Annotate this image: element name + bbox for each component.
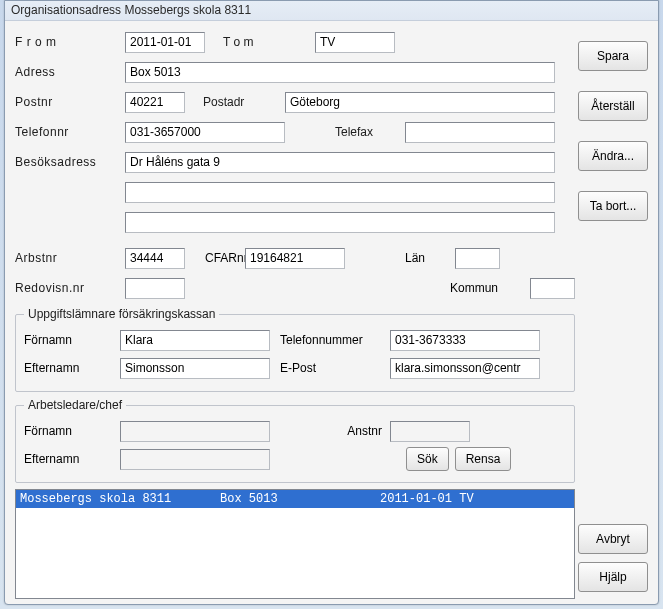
chef-group: Arbetsledare/chef Förnamn Anstnr Efterna… [15, 398, 575, 483]
kommun-label: Kommun [420, 281, 530, 295]
rensa-button[interactable]: Rensa [455, 447, 512, 471]
from-label: F r o m [15, 35, 125, 49]
chef-legend: Arbetsledare/chef [24, 398, 126, 412]
besoksadress-label: Besöksadress [15, 155, 125, 169]
uppgift-tel-input[interactable] [390, 330, 540, 351]
andra-button[interactable]: Ändra... [578, 141, 648, 171]
kommun-input[interactable] [530, 278, 575, 299]
form-area: F r o m T o m Adress Postnr Postadr Tele… [15, 31, 575, 599]
redovisnnr-input[interactable] [125, 278, 185, 299]
telefonnr-input[interactable] [125, 122, 285, 143]
cfarnr-input[interactable] [245, 248, 345, 269]
tom-label: T o m [205, 35, 315, 49]
list-cell-date: 2011-01-01 TV [380, 490, 570, 508]
arbstnr-label: Arbstnr [15, 251, 125, 265]
uppgift-fornamn-input[interactable] [120, 330, 270, 351]
besok1-input[interactable] [125, 152, 555, 173]
list-row[interactable]: Mossebergs skola 8311 Box 5013 2011-01-0… [16, 490, 574, 508]
lan-label: Län [345, 251, 455, 265]
telefax-label: Telefax [285, 125, 405, 139]
list-cell-address: Box 5013 [220, 490, 380, 508]
uppgift-epost-input[interactable] [390, 358, 540, 379]
uppgift-fornamn-label: Förnamn [24, 333, 120, 347]
avbryt-button[interactable]: Avbryt [578, 524, 648, 554]
chef-anstnr-label: Anstnr [270, 424, 390, 438]
list-cell-name: Mossebergs skola 8311 [20, 490, 220, 508]
postadr-input[interactable] [285, 92, 555, 113]
chef-efternamn-input [120, 449, 270, 470]
button-column-bottom: Avbryt Hjälp [578, 524, 648, 592]
adress-label: Adress [15, 65, 125, 79]
postadr-label: Postadr [185, 95, 285, 109]
chef-efternamn-label: Efternamn [24, 452, 120, 466]
chef-fornamn-input [120, 421, 270, 442]
arbstnr-input[interactable] [125, 248, 185, 269]
uppgift-efternamn-label: Efternamn [24, 361, 120, 375]
spara-button[interactable]: Spara [578, 41, 648, 71]
sok-button[interactable]: Sök [406, 447, 449, 471]
uppgift-group: Uppgiftslämnare försäkringskassan Förnam… [15, 307, 575, 392]
cfarnr-label: CFARnr [185, 251, 245, 265]
dialog-window: Organisationsadress Mossebergs skola 831… [4, 0, 659, 605]
chef-anstnr-input [390, 421, 470, 442]
chef-fornamn-label: Förnamn [24, 424, 120, 438]
window-title: Organisationsadress Mossebergs skola 831… [5, 1, 658, 21]
postnr-input[interactable] [125, 92, 185, 113]
besok3-input[interactable] [125, 212, 555, 233]
uppgift-tel-label: Telefonnummer [270, 333, 390, 347]
uppgift-efternamn-input[interactable] [120, 358, 270, 379]
postnr-label: Postnr [15, 95, 125, 109]
redovisnnr-label: Redovisn.nr [15, 281, 125, 295]
tabort-button[interactable]: Ta bort... [578, 191, 648, 221]
from-input[interactable] [125, 32, 205, 53]
telefonnr-label: Telefonnr [15, 125, 125, 139]
hjalp-button[interactable]: Hjälp [578, 562, 648, 592]
aterstall-button[interactable]: Återställ [578, 91, 648, 121]
uppgift-legend: Uppgiftslämnare försäkringskassan [24, 307, 219, 321]
uppgift-epost-label: E-Post [270, 361, 390, 375]
button-column: Spara Återställ Ändra... Ta bort... [578, 41, 648, 221]
besok2-input[interactable] [125, 182, 555, 203]
adress-input[interactable] [125, 62, 555, 83]
tom-input[interactable] [315, 32, 395, 53]
telefax-input[interactable] [405, 122, 555, 143]
address-list[interactable]: Mossebergs skola 8311 Box 5013 2011-01-0… [15, 489, 575, 599]
lan-input[interactable] [455, 248, 500, 269]
